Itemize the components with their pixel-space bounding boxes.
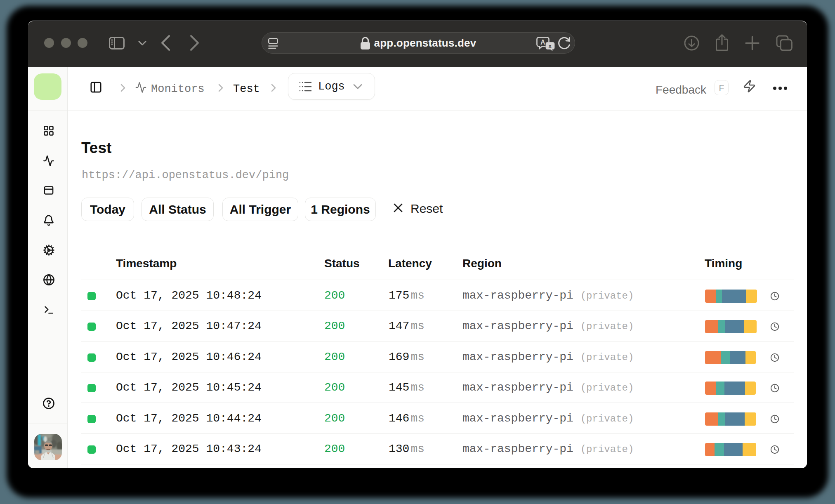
svg-text:A: A: [540, 39, 545, 46]
svg-text:x: x: [549, 43, 552, 49]
